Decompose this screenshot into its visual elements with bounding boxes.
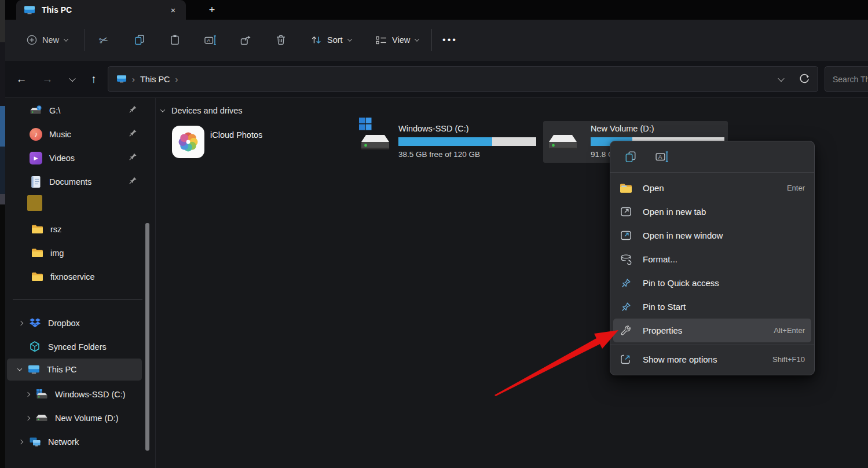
sidebar-item-label: New Volume (D:) bbox=[55, 414, 119, 423]
sidebar-item-rsz[interactable]: rsz bbox=[5, 217, 145, 241]
menu-item-label: Open in new window bbox=[643, 231, 805, 240]
delete-button[interactable] bbox=[269, 28, 292, 52]
sidebar-item-this-pc[interactable]: This PC bbox=[7, 359, 142, 381]
chevron-down-icon[interactable] bbox=[17, 366, 22, 371]
menu-item-open[interactable]: Open Enter bbox=[610, 176, 814, 200]
sidebar-item-img[interactable]: img bbox=[5, 241, 145, 265]
sort-button[interactable]: Sort bbox=[305, 28, 357, 52]
view-label: View bbox=[392, 35, 410, 45]
menu-item-label: Show more options bbox=[643, 354, 772, 364]
sidebar-item-network[interactable]: Network bbox=[5, 430, 145, 454]
menu-item-show-more-options[interactable]: Show more options Shift+F10 bbox=[610, 348, 814, 371]
chevron-right-icon[interactable] bbox=[19, 439, 23, 444]
pin-icon bbox=[129, 176, 137, 185]
section-devices-and-drives[interactable]: Devices and drives bbox=[161, 106, 243, 115]
context-menu: A Open Enter bbox=[610, 141, 815, 375]
drive-icon[interactable] bbox=[360, 129, 390, 153]
sidebar-scrollbar[interactable] bbox=[145, 223, 149, 451]
sidebar-item-documents[interactable]: Documents bbox=[5, 170, 145, 193]
recent-locations-button[interactable] bbox=[63, 72, 82, 87]
see-more-button[interactable]: ••• bbox=[438, 28, 462, 52]
sidebar-item-dropbox[interactable]: Dropbox bbox=[5, 311, 145, 335]
rename-icon: A bbox=[655, 151, 669, 163]
menu-item-label: Format... bbox=[643, 254, 805, 264]
copy-button[interactable] bbox=[620, 147, 642, 167]
icloud-photos-icon bbox=[176, 130, 200, 154]
sidebar-item-music[interactable]: ♪ Music bbox=[5, 122, 145, 146]
drive-icon[interactable] bbox=[548, 129, 578, 153]
tile-label[interactable]: Windows-SSD (C:) bbox=[398, 124, 469, 133]
menu-item-open-in-new-window[interactable]: Open in new window bbox=[610, 224, 814, 247]
tile-icloud-photos[interactable] bbox=[172, 126, 204, 158]
menu-item-pin-to-quick-access[interactable]: Pin to Quick access bbox=[610, 271, 814, 295]
copy-button[interactable] bbox=[128, 28, 151, 52]
address-bar[interactable]: › This PC › bbox=[108, 66, 818, 92]
sidebar-item-videos[interactable]: ▶ Videos bbox=[5, 146, 145, 170]
menu-item-label: Pin to Start bbox=[643, 302, 805, 312]
view-button[interactable]: View bbox=[370, 28, 424, 52]
trash-icon bbox=[275, 34, 287, 46]
menu-item-open-in-new-tab[interactable]: Open in new tab bbox=[610, 200, 814, 224]
new-button-label: New bbox=[42, 35, 59, 45]
chevron-down-icon bbox=[64, 36, 68, 41]
sidebar-item-windows-ssd[interactable]: Windows-SSD (C:) bbox=[5, 382, 145, 406]
sidebar-item-label: This PC bbox=[47, 365, 77, 374]
share-icon bbox=[240, 35, 251, 46]
menu-item-format[interactable]: Format... bbox=[610, 247, 814, 271]
cut-button[interactable]: ✂ bbox=[92, 28, 115, 52]
sidebar-item-label: fixnoservice bbox=[50, 272, 95, 281]
svg-text:A: A bbox=[207, 37, 210, 43]
sidebar-item-label: Documents bbox=[49, 177, 91, 187]
menu-item-pin-to-start[interactable]: Pin to Start bbox=[610, 295, 814, 319]
background-window-edge bbox=[0, 0, 5, 468]
sidebar-item-label: Dropbox bbox=[48, 319, 80, 328]
chevron-down-icon bbox=[160, 107, 165, 112]
menu-item-label: Open in new tab bbox=[643, 207, 805, 217]
new-tab-button[interactable]: + bbox=[204, 2, 219, 17]
sidebar-item-synced-folders[interactable]: Synced Folders bbox=[5, 335, 145, 359]
chevron-right-icon[interactable] bbox=[25, 415, 30, 420]
tab-close-icon[interactable]: × bbox=[166, 3, 180, 17]
copy-icon bbox=[134, 34, 145, 46]
chevron-down-icon bbox=[347, 36, 351, 41]
sidebar-item-new-volume[interactable]: New Volume (D:) bbox=[5, 406, 145, 430]
sidebar-item-label: G:\ bbox=[49, 106, 60, 115]
free-space-text: 38.5 GB free of 120 GB bbox=[398, 150, 480, 159]
pin-icon bbox=[129, 152, 137, 161]
chevron-down-icon bbox=[415, 36, 419, 41]
address-dropdown-icon[interactable] bbox=[778, 75, 784, 81]
toolbar-separator bbox=[85, 29, 85, 51]
up-button[interactable]: ↑ bbox=[84, 72, 104, 87]
rename-button[interactable]: A bbox=[199, 28, 222, 52]
paste-button[interactable] bbox=[163, 28, 186, 52]
share-button[interactable] bbox=[234, 28, 257, 52]
menu-item-shortcut: Enter bbox=[787, 184, 805, 192]
sidebar-item-label: Synced Folders bbox=[48, 342, 107, 352]
sidebar-item-fixnoservice[interactable]: fixnoservice bbox=[5, 265, 145, 288]
refresh-icon[interactable] bbox=[799, 74, 810, 85]
address-row: ← → ↑ › This PC › Search This PC bbox=[5, 61, 868, 98]
folder-icon bbox=[30, 272, 44, 281]
sidebar-item-g-drive[interactable]: ? G:\ bbox=[5, 98, 145, 122]
search-input[interactable]: Search This PC bbox=[825, 66, 868, 92]
videos-icon: ▶ bbox=[30, 152, 42, 164]
tile-label[interactable]: iCloud Photos bbox=[210, 130, 262, 140]
search-placeholder: Search This PC bbox=[833, 75, 868, 84]
capacity-bar-fill bbox=[398, 137, 492, 146]
breadcrumb-this-pc[interactable]: This PC bbox=[140, 75, 170, 84]
forward-button[interactable]: → bbox=[38, 72, 57, 87]
folder-open-icon bbox=[620, 183, 632, 193]
sidebar-item-label: Videos bbox=[49, 153, 75, 163]
tab-this-pc[interactable]: This PC × bbox=[16, 0, 186, 20]
chevron-right-icon[interactable] bbox=[25, 392, 30, 396]
sidebar-item-folder-unnamed[interactable] bbox=[5, 192, 145, 214]
drive-question-icon: ? bbox=[29, 105, 43, 115]
monitor-icon bbox=[27, 364, 41, 375]
menu-item-label: Open bbox=[643, 183, 787, 193]
rename-button[interactable]: A bbox=[651, 147, 673, 167]
new-button[interactable]: New bbox=[21, 28, 74, 52]
chevron-right-icon[interactable] bbox=[19, 320, 23, 325]
tile-label[interactable]: New Volume (D:) bbox=[591, 124, 654, 133]
back-button[interactable]: ← bbox=[12, 72, 31, 87]
menu-item-properties[interactable]: Properties Alt+Enter bbox=[613, 319, 811, 342]
